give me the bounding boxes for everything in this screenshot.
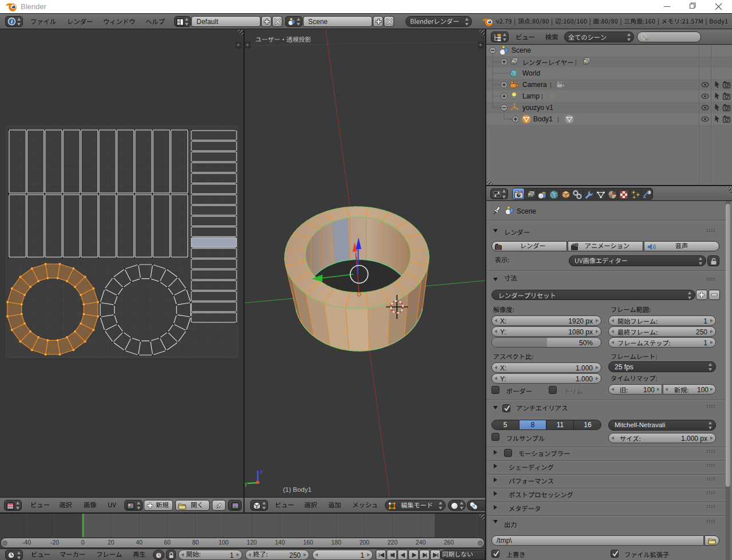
svg-text:(1) Body1: (1) Body1	[283, 486, 312, 493]
svg-text:|: |	[575, 58, 577, 65]
svg-text:z: z	[260, 469, 263, 475]
svg-text:+: +	[237, 42, 240, 48]
svg-text:|: |	[550, 81, 552, 88]
svg-text:+: +	[246, 42, 249, 48]
svg-text:y: y	[245, 481, 247, 487]
svg-text:|: |	[557, 116, 559, 123]
svg-text:i: i	[11, 19, 13, 25]
svg-text:+: +	[479, 42, 482, 48]
svg-text:|: |	[541, 93, 543, 100]
